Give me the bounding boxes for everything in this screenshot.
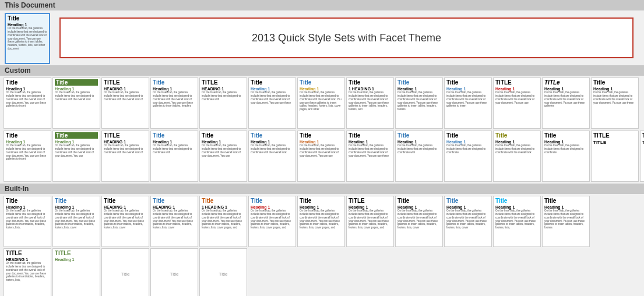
custom-card-2[interactable]: TITLE HEADING 1 On the Insert tab, the g… xyxy=(101,77,149,129)
builtin-row2-card-1[interactable]: TITLE Heading 1 xyxy=(52,248,100,296)
builtin-card-5[interactable]: Title Heading 1 On the Insert tab, the g… xyxy=(248,196,296,247)
this-document-card[interactable]: Title Heading 1 On the Insert tab, the g… xyxy=(5,13,50,64)
card-body: On the Insert tab, the galleries include… xyxy=(8,27,47,51)
custom-row2-card-13[interactable]: Title Title xyxy=(640,131,644,182)
builtin-card-9[interactable]: Title Heading 1 On the Insert tab, the g… xyxy=(444,196,492,247)
custom-card-4[interactable]: TITLE HEADING 1 On the Insert tab, the g… xyxy=(199,77,247,129)
custom-card-10[interactable]: TITLE Heading 1 On the Insert tab, the g… xyxy=(493,77,541,129)
builtin-row2-card-2[interactable]: Title xyxy=(101,248,149,296)
this-document-header: This Document xyxy=(0,0,644,10)
custom-row2-card-9[interactable]: Title Heading 1 On the Insert tab, the g… xyxy=(444,131,492,182)
this-document-section: This Document Title Heading 1 On the Ins… xyxy=(0,0,644,65)
custom-row2-card-2[interactable]: TITLE HEADING 1 On the Insert tab, the g… xyxy=(101,131,149,182)
custom-row2-card-10[interactable]: Title Heading 1 On the Insert tab, the g… xyxy=(493,131,541,182)
custom-row2-card-1[interactable]: Title Heading 1 On the Insert tab, the g… xyxy=(52,131,100,182)
builtin-card-8[interactable]: Title Heading 1 On the Insert tab, the g… xyxy=(395,196,443,247)
builtin-card-7[interactable]: TITLE Heading 1 On the Insert tab, the g… xyxy=(346,196,394,247)
custom-card-7[interactable]: Title 1 HEADING 1 On the Insert tab, the… xyxy=(346,77,394,129)
builtin-row2-card-4[interactable]: Title xyxy=(199,248,247,296)
custom-card-8[interactable]: Title Heading 1 On the Insert tab, the g… xyxy=(395,77,443,129)
custom-row2-card-4[interactable]: Title Heading 1 On the Insert tab, the g… xyxy=(199,131,247,182)
style-preview-box: 2013 Quick Style Sets with Facet Theme xyxy=(59,17,634,58)
custom-header: Custom xyxy=(0,65,644,76)
custom-card-6[interactable]: Title Heading 1 On the Insert tab, the g… xyxy=(297,77,345,129)
custom-row2-card-5[interactable]: Title Heading 1 On the Insert tab, the g… xyxy=(248,131,296,182)
custom-row2-card-12[interactable]: TITLE TITLE xyxy=(591,131,639,182)
builtin-card-6[interactable]: Title Heading 1 On the Insert tab, the g… xyxy=(297,196,345,247)
custom-card-0[interactable]: Title Heading 1 On the Insert tab, the g… xyxy=(3,77,51,129)
style-panel: This Document Title Heading 1 On the Ins… xyxy=(0,0,644,296)
builtin-card-4[interactable]: Title 1 HEADING 1 On the Insert tab, the… xyxy=(199,196,247,247)
custom-card-12[interactable]: Title Heading 1 On the Insert tab, the g… xyxy=(591,77,639,129)
builtin-card-3[interactable]: Title HEADING 1 On the Insert tab, the g… xyxy=(150,196,198,247)
card-title: Title xyxy=(8,15,47,22)
builtin-card-0[interactable]: Title Heading 1 On the Insert tab, the g… xyxy=(3,196,51,247)
custom-card-9[interactable]: Title Heading 1 On the Insert tab, the g… xyxy=(444,77,492,129)
custom-card-1[interactable]: Title Heading 1 On the Insert tab, the g… xyxy=(52,77,100,129)
builtin-row2-card-3[interactable]: Title xyxy=(150,248,198,296)
custom-row2-card-7[interactable]: Title Heading 1 On the Insert tab, the g… xyxy=(346,131,394,182)
builtin-card-2[interactable]: Title HEADING 1 On the Insert tab, the g… xyxy=(101,196,149,247)
builtin-row2-card-0[interactable]: TITLE HEADING 1 On the Insert tab, the g… xyxy=(3,248,51,296)
preview-title: 2013 Quick Style Sets with Facet Theme xyxy=(252,32,441,44)
custom-row2-card-3[interactable]: Title Heading 1 On the Insert tab, the g… xyxy=(150,131,198,182)
custom-card-3[interactable]: Title Heading 1 On the Insert tab, the g… xyxy=(150,77,198,129)
custom-row2-card-11[interactable]: Title Heading 1 On the Insert tab, the g… xyxy=(542,131,590,182)
built-in-section: Built-In Title Heading 1 On the Insert t… xyxy=(0,184,644,296)
builtin-card-1[interactable]: Title Heading 1 On the Insert tab, the g… xyxy=(52,196,100,247)
custom-card-5[interactable]: Title Heading 1 On the Insert tab, the g… xyxy=(248,77,296,129)
card-heading: Heading 1 xyxy=(8,23,47,27)
builtin-card-11[interactable]: Title Heading 1 On the Insert tab, the g… xyxy=(542,196,590,247)
custom-section: Custom Title Heading 1 On the Insert tab… xyxy=(0,65,644,184)
custom-card-11[interactable]: TITLe Heading 1 On the Insert tab, the g… xyxy=(542,77,590,129)
custom-row2-card-8[interactable]: Title Heading 1 On the Insert tab, the g… xyxy=(395,131,443,182)
custom-row2-card-6[interactable]: Title Heading 1 On the Insert tab, the g… xyxy=(297,131,345,182)
builtin-card-10[interactable]: Title Heading 1 On the Insert tab, the g… xyxy=(493,196,541,247)
custom-row2-card-0[interactable]: Title Heading 1 On the Insert tab, the g… xyxy=(3,131,51,182)
built-in-header: Built-In xyxy=(0,184,644,194)
